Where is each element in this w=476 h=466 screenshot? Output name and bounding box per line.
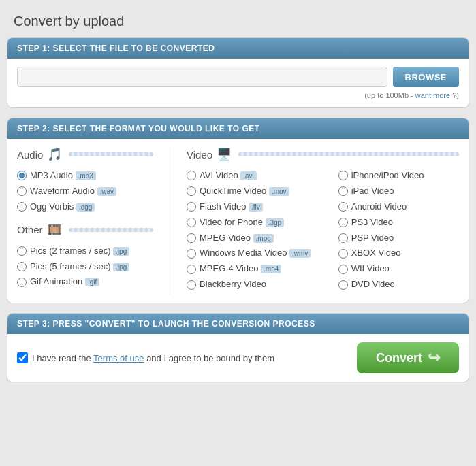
radio-android-label: Android Video <box>351 201 407 213</box>
other-icon: 🎞️ <box>47 222 62 237</box>
radio-ogg-label: Ogg Vorbis .ogg <box>30 201 95 213</box>
radio-ogg: Ogg Vorbis .ogg <box>17 201 153 213</box>
radio-ogg-input[interactable] <box>17 202 27 212</box>
terms-checkbox[interactable] <box>17 352 28 363</box>
page-title: Convert by upload <box>14 14 469 29</box>
radio-mp4-label: MPEG-4 Video .mp4 <box>200 263 281 275</box>
audio-icon: 🎵 <box>47 147 62 162</box>
size-note: (up to 100Mb - want more ?) <box>17 91 459 99</box>
radio-gif-input[interactable] <box>17 278 27 287</box>
step2-section: STEP 2: SELECT THE FORMAT YOU WOULD LIKE… <box>7 118 469 303</box>
radio-pics5-input[interactable] <box>17 262 27 271</box>
step2-body: Audio 🎵 MP3 Audio .mp3 Waveform Audio .w… <box>7 139 469 303</box>
step1-header: STEP 1: SELECT THE FILE TO BE CONVERTED <box>7 38 469 59</box>
video-label: Video <box>187 149 212 161</box>
radio-blackberry: Blackberry Video <box>187 279 332 290</box>
radio-3gp-input[interactable] <box>187 218 196 227</box>
convert-button[interactable]: Convert ↪ <box>357 342 459 373</box>
radio-pics2-input[interactable] <box>17 246 27 256</box>
radio-gif-label: Gif Animation .gif <box>30 276 99 288</box>
radio-mp4-input[interactable] <box>187 265 196 274</box>
radio-psp-input[interactable] <box>338 233 348 243</box>
mp4-ext: .mp4 <box>261 265 281 273</box>
other-label: Other <box>17 224 43 235</box>
radio-xbox-input[interactable] <box>338 249 348 259</box>
radio-pics2: Pics (2 frames / sec) .jpg <box>17 246 153 257</box>
terms-row: I have read the Terms of use and I agree… <box>17 352 274 363</box>
radio-avi-input[interactable] <box>187 171 196 180</box>
radio-iphone-input[interactable] <box>338 171 348 180</box>
radio-pics5-label: Pics (5 frames / sec) .jpg <box>30 261 129 273</box>
step3-section: STEP 3: PRESS "CONVERT" TO LAUNCH THE CO… <box>7 313 469 382</box>
terms-of-use-link[interactable]: Terms of use <box>93 353 144 363</box>
radio-avi-label: AVI Video .avi <box>200 170 257 182</box>
want-more-link[interactable]: want more <box>415 91 450 99</box>
video-col-header: Video 🖥️ <box>187 147 459 165</box>
radio-blackberry-input[interactable] <box>187 280 196 290</box>
video-area: Video 🖥️ AVI Video .avi QuickTime Video … <box>187 147 459 295</box>
radio-pics5: Pics (5 frames / sec) .jpg <box>17 261 153 273</box>
radio-ipad-label: iPad Video <box>351 186 394 197</box>
radio-xbox-label: XBOX Video <box>351 248 401 259</box>
step1-section: STEP 1: SELECT THE FILE TO BE CONVERTED … <box>7 37 469 108</box>
radio-mov-label: QuickTime Video .mov <box>200 186 289 197</box>
pics5-ext: .jpg <box>113 263 129 271</box>
radio-wii-label: WII Video <box>351 263 390 275</box>
radio-mp4: MPEG-4 Video .mp4 <box>187 263 332 275</box>
mpg-ext: .mpg <box>253 234 274 243</box>
radio-mov-input[interactable] <box>187 186 196 196</box>
audio-divider <box>69 152 153 156</box>
radio-mpg-label: MPEG Video .mpg <box>200 233 274 244</box>
pics2-ext: .jpg <box>113 247 129 256</box>
terms-text: I have read the Terms of use and I agree… <box>32 353 274 363</box>
audio-label: Audio <box>17 149 43 161</box>
audio-column: Audio 🎵 MP3 Audio .mp3 Waveform Audio .w… <box>17 147 153 295</box>
wav-ext: .wav <box>97 187 117 196</box>
radio-wmv: Windows Media Video .wmv <box>187 248 332 259</box>
step3-header: STEP 3: PRESS "CONVERT" TO LAUNCH THE CO… <box>7 314 469 334</box>
video-col-2: iPhone/iPod Video iPad Video Android Vid… <box>338 170 459 295</box>
ogg-ext: .ogg <box>76 203 95 212</box>
avi-ext: .avi <box>240 171 257 180</box>
radio-gif: Gif Animation .gif <box>17 276 153 288</box>
radio-flv-input[interactable] <box>187 202 196 212</box>
radio-flv: Flash Video .flv <box>187 201 332 213</box>
radio-mpg-input[interactable] <box>187 233 196 243</box>
radio-mov: QuickTime Video .mov <box>187 186 332 197</box>
convert-arrow-icon: ↪ <box>428 349 440 367</box>
radio-blackberry-label: Blackberry Video <box>200 279 266 290</box>
radio-wav-input[interactable] <box>17 186 27 196</box>
radio-wav: Waveform Audio .wav <box>17 186 153 197</box>
radio-wii-input[interactable] <box>338 265 348 274</box>
radio-pics2-label: Pics (2 frames / sec) .jpg <box>30 246 129 257</box>
other-section: Other 🎞️ Pics (2 frames / sec) .jpg Pics… <box>17 222 153 288</box>
radio-wmv-input[interactable] <box>187 249 196 259</box>
format-area: Audio 🎵 MP3 Audio .mp3 Waveform Audio .w… <box>17 147 459 295</box>
mov-ext: .mov <box>269 187 289 196</box>
radio-ps3-label: PS3 Video <box>351 217 393 229</box>
radio-dvd-input[interactable] <box>338 280 348 290</box>
flv-ext: .flv <box>249 203 263 212</box>
radio-mp3-input[interactable] <box>17 171 27 180</box>
step2-header: STEP 2: SELECT THE FORMAT YOU WOULD LIKE… <box>7 118 469 139</box>
step1-body: BROWSE (up to 100Mb - want more ?) <box>7 59 469 107</box>
radio-psp: PSP Video <box>338 233 459 244</box>
other-divider <box>69 228 153 232</box>
3gp-ext: .3gp <box>266 218 284 227</box>
browse-button[interactable]: BROWSE <box>393 67 460 87</box>
radio-android-input[interactable] <box>338 202 348 212</box>
convert-label: Convert <box>376 351 422 365</box>
step3-body: I have read the Terms of use and I agree… <box>7 334 469 382</box>
radio-ps3-input[interactable] <box>338 218 348 227</box>
radio-psp-label: PSP Video <box>351 233 394 244</box>
radio-mp3: MP3 Audio .mp3 <box>17 170 153 182</box>
radio-dvd-label: DVD Video <box>351 279 395 290</box>
radio-avi: AVI Video .avi <box>187 170 332 182</box>
radio-android: Android Video <box>338 201 459 213</box>
radio-xbox: XBOX Video <box>338 248 459 259</box>
file-input[interactable] <box>17 67 387 87</box>
radio-ps3: PS3 Video <box>338 217 459 229</box>
col-divider <box>170 147 170 295</box>
video-col-1: AVI Video .avi QuickTime Video .mov Flas… <box>187 170 332 295</box>
radio-ipad-input[interactable] <box>338 186 348 196</box>
